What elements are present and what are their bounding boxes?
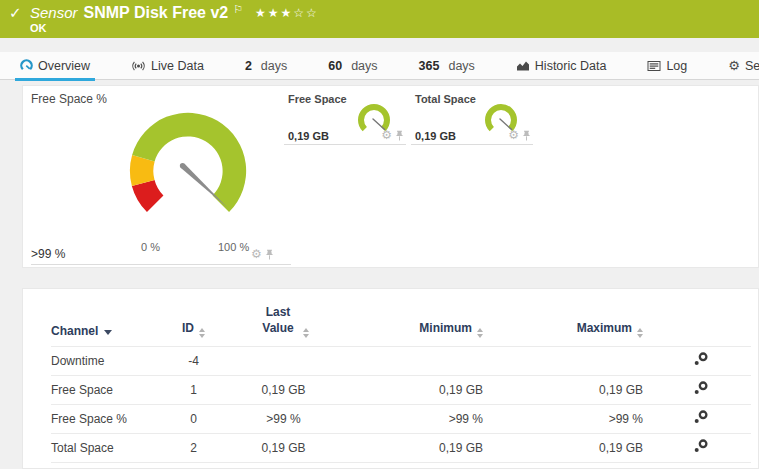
tab-log[interactable]: Log [647,52,687,80]
gauge-icon [20,59,33,72]
sensor-header: ✓ Sensor SNMP Disk Free v2 ⚐ ★★★☆☆ OK [0,0,759,38]
free-space-gauge-panel: Free Space 0,19 GB ⚙ [284,86,406,145]
channel-id-cell: 1 [161,375,226,404]
tab-overview[interactable]: Overview [20,52,90,80]
channel-row[interactable]: Free Space 1 0,19 GB 0,19 GB 0,19 GB [51,375,751,404]
gauge-current-value: 0,19 GB [415,130,456,142]
channel-table-body: Downtime -4 Free Space 1 [51,346,751,462]
channel-row[interactable]: Free Space % 0 >99 % >99 % >99 % [51,404,751,433]
tab-label: days [448,59,474,73]
tab-60-days[interactable]: 60 days [328,52,377,80]
column-header-minimum[interactable]: Minimum [341,305,521,346]
channel-table: Channel ID Last Value Minimum Maximum [51,305,751,463]
column-header-maximum[interactable]: Maximum [521,305,681,346]
channel-minimum-cell [341,346,521,375]
channel-id-cell: 2 [161,433,226,462]
tab-label: Historic Data [535,59,607,73]
channel-id-cell: 0 [161,404,226,433]
tab-label: Overview [38,59,90,73]
sort-desc-icon [104,330,112,335]
tab-label: Live Data [151,59,204,73]
free-space-percent-gauge [113,99,263,241]
tab-2-days[interactable]: 2 days [245,52,287,80]
gauge-scale-max-label: 100 % [218,241,249,253]
channel-settings-gears-icon[interactable] [693,410,709,424]
panel-tools: ⚙ [508,129,531,141]
gauge-current-value: >99 % [31,247,65,261]
column-header-actions [681,305,751,346]
pin-icon[interactable] [265,249,274,260]
channel-id-cell: -4 [161,346,226,375]
sensor-kind-label: Sensor [30,4,78,21]
tab-label: Settings [745,59,759,73]
channel-maximum-cell [521,346,681,375]
channel-name-cell: Free Space [51,375,161,404]
pin-icon[interactable] [522,130,531,141]
channel-maximum-cell: 0,19 GB [521,433,681,462]
channel-maximum-cell: 0,19 GB [521,375,681,404]
channel-last-value-cell [226,346,341,375]
channel-name-cell: Downtime [51,346,161,375]
channel-table-card: Channel ID Last Value Minimum Maximum [22,288,759,469]
gauge-title: Total Space [415,93,476,105]
channel-last-value-cell: 0,19 GB [226,433,341,462]
channel-last-value-cell: 0,19 GB [226,375,341,404]
panel-settings-gear-icon[interactable]: ⚙ [251,248,262,260]
prtg-sensor-page: { "header": { "kind_label": "Sensor", "t… [0,0,759,469]
gauge-title: Free Space % [31,92,107,106]
channel-last-value-cell: >99 % [226,404,341,433]
tab-live-data[interactable]: Live Data [131,52,204,80]
channel-minimum-cell: 0,19 GB [341,433,521,462]
channel-settings-gears-icon[interactable] [693,439,709,453]
channel-minimum-cell: 0,19 GB [341,375,521,404]
sensor-title: SNMP Disk Free v2 [84,4,229,22]
free-space-percent-gauge-panel: Free Space % 0 % 100 % >99 % ⚙ [23,86,291,267]
sort-icon [477,328,483,338]
tab-label: days [351,59,377,73]
panel-settings-gear-icon[interactable]: ⚙ [381,129,392,141]
gear-icon: ⚙ [728,59,740,72]
panel-settings-gear-icon[interactable]: ⚙ [508,129,519,141]
flag-icon[interactable]: ⚐ [233,3,243,16]
star-rating[interactable]: ★★★☆☆ [255,6,319,20]
area-chart-icon [516,60,530,71]
total-space-gauge-panel: Total Space 0,19 GB ⚙ [411,86,533,145]
channel-settings-gears-icon[interactable] [693,352,709,366]
channel-minimum-cell: >99 % [341,404,521,433]
tab-label: Log [666,59,687,73]
live-signal-icon [131,60,146,72]
tab-365-days[interactable]: 365 days [419,52,475,80]
status-ok-check-icon: ✓ [9,4,22,22]
tab-number: 60 [328,59,342,73]
channel-row[interactable]: Total Space 2 0,19 GB 0,19 GB 0,19 GB [51,433,751,462]
channel-maximum-cell: >99 % [521,404,681,433]
column-header-channel[interactable]: Channel [51,305,161,346]
column-header-last-value[interactable]: Last Value [226,305,341,346]
column-header-id[interactable]: ID [161,305,226,346]
sort-icon [199,328,205,338]
gauge-scale-min-label: 0 % [141,241,160,253]
sort-icon [303,328,309,338]
pin-icon[interactable] [395,130,404,141]
tab-bar: Overview Live Data 2 days 60 days 365 da… [0,52,759,80]
sort-icon [637,328,643,338]
channel-name-cell: Total Space [51,433,161,462]
tab-label: days [261,59,287,73]
tab-historic-data[interactable]: Historic Data [516,52,607,80]
channel-settings-gears-icon[interactable] [693,381,709,395]
panel-divider [31,264,291,265]
gauge-current-value: 0,19 GB [288,130,329,142]
sensor-status-badge: OK [30,22,47,34]
panel-tools: ⚙ [381,129,404,141]
tab-settings[interactable]: ⚙ Settings [728,52,759,80]
log-list-icon [647,61,661,71]
table-header-row: Channel ID Last Value Minimum Maximum [51,305,751,346]
panel-tools: ⚙ [251,248,274,260]
channel-name-cell: Free Space % [51,404,161,433]
gauges-card: Free Space % 0 % 100 % >99 % ⚙ Free Spac… [22,85,759,268]
tab-number: 365 [419,59,440,73]
channel-row[interactable]: Downtime -4 [51,346,751,375]
tab-number: 2 [245,59,252,73]
gauge-title: Free Space [288,93,347,105]
